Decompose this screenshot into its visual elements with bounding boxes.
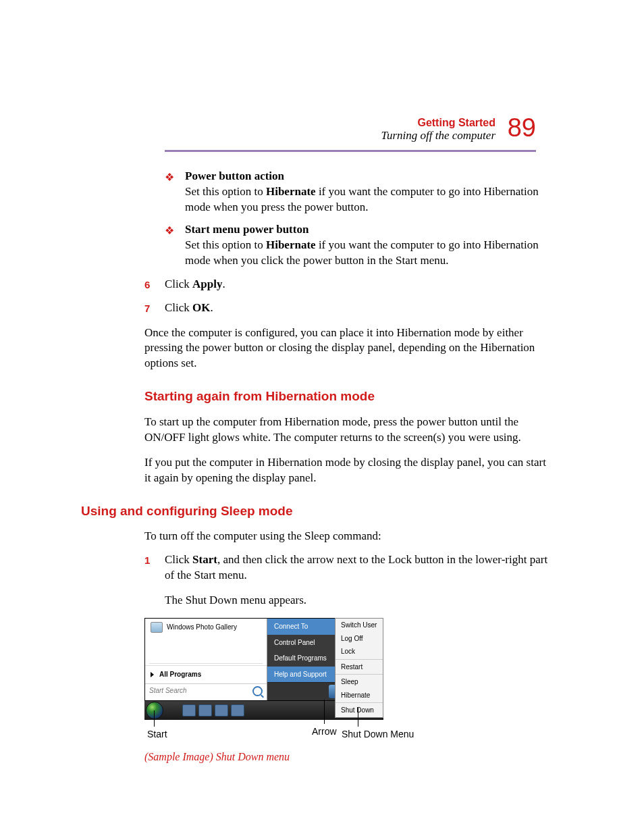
shutdown-option-sleep[interactable]: Sleep	[336, 675, 383, 689]
paragraph: To start up the computer from Hibernatio…	[144, 415, 549, 446]
taskbar-button[interactable]	[182, 704, 196, 716]
separator	[336, 674, 383, 675]
diamond-bullet-icon: ❖	[165, 222, 185, 269]
step-1: 1 Click Start, and then click the arrow …	[144, 552, 549, 583]
step-6: 6 Click Apply.	[144, 277, 549, 292]
callout-line	[358, 708, 358, 727]
shutdown-option-switch-user[interactable]: Switch User	[336, 619, 383, 632]
program-label: Windows Photo Gallery	[167, 623, 237, 632]
taskbar-button[interactable]	[215, 704, 228, 716]
shutdown-menu-figure: Windows Photo Gallery All Programs Start…	[144, 618, 421, 746]
section-title: Turning off the computer	[381, 129, 495, 142]
paragraph: The Shut Down menu appears.	[165, 593, 549, 608]
header-rule	[165, 150, 536, 152]
callout-line	[324, 700, 325, 724]
paragraph: If you put the computer in Hibernation m…	[144, 455, 549, 486]
running-header: Getting Started Turning off the computer	[381, 116, 495, 143]
callout-shut-down-menu: Shut Down Menu	[342, 728, 414, 741]
paragraph: To turn off the computer using the Sleep…	[144, 529, 549, 544]
taskbar-button[interactable]	[198, 704, 212, 716]
shutdown-option-hibernate[interactable]: Hibernate	[336, 689, 383, 702]
paragraph: Once the computer is configured, you can…	[144, 325, 549, 372]
search-placeholder: Start Search	[149, 686, 187, 696]
chapter-title: Getting Started	[381, 116, 495, 129]
all-programs-label: All Programs	[159, 670, 201, 679]
separator	[336, 659, 383, 660]
photo-gallery-icon	[151, 622, 163, 633]
shutdown-option-log-off[interactable]: Log Off	[336, 632, 383, 646]
search-icon	[252, 686, 263, 696]
bullet-power-button-action: ❖ Power button action Set this option to…	[165, 169, 549, 215]
callout-start: Start	[147, 728, 167, 741]
bullet-title: Start menu power button	[185, 223, 308, 236]
shutdown-option-shut-down[interactable]: Shut Down	[336, 704, 383, 717]
step-number: 6	[144, 277, 165, 292]
chevron-right-icon	[151, 672, 154, 677]
start-search-input[interactable]: Start Search	[145, 683, 267, 698]
diamond-bullet-icon: ❖	[165, 169, 185, 215]
taskbar-button[interactable]	[231, 704, 244, 716]
callout-line	[154, 710, 155, 727]
step-number: 7	[144, 301, 165, 316]
shutdown-submenu: Switch User Log Off Lock Restart Sleep H…	[335, 618, 383, 718]
figure-callouts: Start Arrow Shut Down Menu	[144, 720, 421, 746]
shutdown-option-restart[interactable]: Restart	[336, 660, 383, 674]
page-number: 89	[508, 113, 536, 142]
heading-sleep-mode: Using and configuring Sleep mode	[81, 502, 549, 520]
program-item-photo-gallery[interactable]: Windows Photo Gallery	[145, 619, 267, 636]
separator	[149, 663, 263, 664]
page: Getting Started Turning off the computer…	[0, 0, 644, 834]
step-7: 7 Click OK.	[144, 301, 549, 316]
body-content: ❖ Power button action Set this option to…	[165, 169, 549, 764]
figure-caption: (Sample Image) Shut Down menu	[144, 750, 549, 764]
bullet-start-menu-power-button: ❖ Start menu power button Set this optio…	[165, 222, 549, 269]
heading-starting-hibernation: Starting again from Hibernation mode	[144, 388, 549, 405]
separator	[336, 702, 383, 703]
bullet-title: Power button action	[185, 170, 284, 182]
start-orb-icon[interactable]	[146, 702, 163, 719]
all-programs-button[interactable]: All Programs	[145, 665, 267, 683]
step-number: 1	[144, 552, 165, 583]
start-menu-left-pane: Windows Photo Gallery All Programs Start…	[145, 619, 267, 700]
shutdown-option-lock[interactable]: Lock	[336, 645, 383, 658]
callout-arrow: Arrow	[312, 725, 337, 738]
